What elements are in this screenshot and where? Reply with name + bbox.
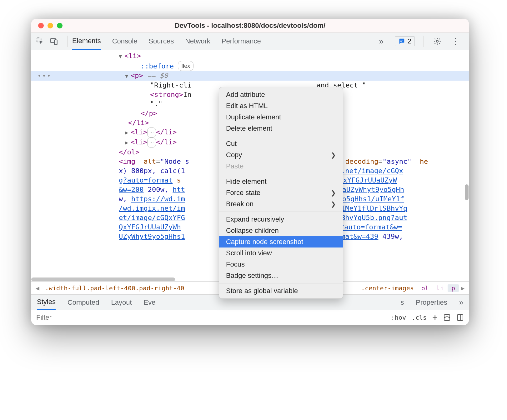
url-link[interactable]: g?auto=format	[119, 176, 173, 184]
issues-count: 2	[408, 37, 411, 45]
ctx-copy[interactable]: Copy❯	[219, 149, 343, 161]
tab-layout[interactable]: Layout	[111, 295, 132, 310]
ctx-paste: Paste	[219, 161, 343, 172]
toolbar-separator	[424, 36, 424, 47]
ctx-add-attribute[interactable]: Add attribute	[219, 89, 343, 100]
dom-tag-li[interactable]: <li>	[124, 52, 141, 60]
url-link[interactable]: htt	[173, 186, 185, 193]
selected-dom-node[interactable]: ••• <p> == $0	[31, 71, 469, 81]
ctx-scroll-into-view[interactable]: Scroll into view	[219, 248, 343, 259]
tab-partial[interactable]: s	[400, 295, 404, 310]
dom-tag-li-close[interactable]: </li>	[128, 119, 149, 127]
ctx-force-state[interactable]: Force state❯	[219, 187, 343, 198]
url-link[interactable]: https://wd.im	[131, 195, 185, 203]
styles-filter-row: :hov .cls +	[31, 310, 469, 325]
breadcrumb-item[interactable]: li	[433, 284, 448, 292]
collapsed-ellipsis-icon[interactable]: ⋯	[147, 128, 156, 138]
vertical-scrollbar[interactable]	[465, 184, 469, 200]
tab-event-listeners[interactable]: Eve	[144, 295, 156, 310]
ctx-duplicate-element[interactable]: Duplicate element	[219, 112, 343, 123]
breadcrumb-item[interactable]: .width-full.pad-left-400.pad-right-40	[41, 284, 188, 292]
breadcrumb-left-icon[interactable]: ◀	[34, 284, 41, 292]
issues-badge[interactable]: 2	[395, 36, 415, 46]
url-link[interactable]: &w=200	[119, 186, 143, 193]
dom-tag-li[interactable]: <li>	[131, 128, 147, 136]
tab-styles[interactable]: Styles	[37, 295, 56, 310]
tab-elements[interactable]: Elements	[72, 33, 101, 50]
toolbar-right: » 2 ⋮	[377, 36, 464, 47]
expand-triangle-icon[interactable]	[119, 52, 124, 61]
text-node: In	[183, 91, 192, 98]
tab-computed[interactable]: Computed	[68, 295, 99, 310]
svg-rect-7	[457, 315, 463, 320]
ctx-hide-element[interactable]: Hide element	[219, 176, 343, 187]
device-toolbar-icon[interactable]	[49, 37, 59, 46]
window-title: DevTools - localhost:8080/docs/devtools/…	[31, 22, 469, 30]
main-toolbar: Elements Console Sources Network Perform…	[31, 32, 469, 50]
tab-performance[interactable]: Performance	[222, 33, 261, 50]
expand-triangle-icon[interactable]	[125, 71, 131, 81]
title-bar: DevTools - localhost:8080/docs/devtools/…	[31, 19, 469, 32]
text-node[interactable]: "Right-cli	[150, 81, 191, 89]
url-link[interactable]: /wd.imgix.net/im	[119, 204, 185, 212]
ctx-capture-node-screenshot[interactable]: Capture node screenshot	[219, 236, 343, 248]
tab-network[interactable]: Network	[185, 33, 210, 50]
collapsed-ellipsis-icon[interactable]: ⋯	[147, 138, 156, 148]
expand-triangle-icon[interactable]	[125, 128, 131, 137]
ctx-separator	[219, 283, 343, 283]
url-link[interactable]: UZyWhyt9yo5gHhs1	[119, 232, 185, 240]
text-node[interactable]: "."	[150, 100, 163, 108]
toggle-sidebar-icon[interactable]	[456, 314, 464, 321]
toggle-hov-button[interactable]: :hov	[391, 314, 406, 321]
more-tabs-icon[interactable]: »	[459, 298, 463, 307]
dom-tag-ol-close[interactable]: </ol>	[119, 148, 139, 156]
settings-gear-icon[interactable]	[433, 37, 442, 46]
toggle-cls-button[interactable]: .cls	[412, 314, 427, 321]
url-link[interactable]: et/image/cGQxYFG	[119, 214, 185, 222]
chevron-right-icon: ❯	[331, 151, 336, 159]
ctx-badge-settings[interactable]: Badge settings…	[219, 270, 343, 281]
filter-input[interactable]	[36, 313, 385, 322]
ctx-break-on[interactable]: Break on❯	[219, 198, 343, 210]
ctx-delete-element[interactable]: Delete element	[219, 123, 343, 134]
flex-badge[interactable]: flex	[178, 61, 193, 71]
breadcrumb-item[interactable]: .center-images	[357, 284, 418, 292]
ctx-separator	[219, 136, 343, 136]
chevron-right-icon: ❯	[331, 200, 336, 208]
tab-properties[interactable]: Properties	[416, 295, 447, 310]
devtools-window: DevTools - localhost:8080/docs/devtools/…	[31, 19, 469, 325]
inspect-element-icon[interactable]	[36, 37, 45, 46]
breadcrumb-item[interactable]: ol	[418, 284, 433, 292]
ctx-cut[interactable]: Cut	[219, 138, 343, 149]
dom-tag-li-close: </li>	[156, 138, 177, 146]
dom-tag-p: <p>	[131, 72, 143, 79]
computed-styles-icon[interactable]	[443, 314, 451, 321]
toolbar-separator	[68, 36, 68, 47]
horizontal-scrollbar[interactable]	[31, 278, 175, 281]
expand-triangle-icon[interactable]	[125, 138, 131, 147]
dom-tag-strong[interactable]: <strong>	[150, 91, 183, 98]
ctx-edit-as-html[interactable]: Edit as HTML	[219, 100, 343, 112]
more-tabs-icon[interactable]: »	[377, 37, 386, 46]
svg-rect-2	[54, 40, 57, 45]
gutter-dots-icon[interactable]: •••	[38, 71, 52, 80]
kebab-menu-icon[interactable]: ⋮	[451, 37, 460, 46]
breadcrumb-right-icon[interactable]: ▶	[459, 284, 466, 292]
ctx-collapse-children[interactable]: Collapse children	[219, 225, 343, 236]
pseudo-before[interactable]: ::before	[141, 62, 174, 70]
issues-chat-icon	[398, 38, 405, 45]
tab-console[interactable]: Console	[112, 33, 138, 50]
context-menu: Add attribute Edit as HTML Duplicate ele…	[219, 87, 343, 299]
breadcrumb-item-selected[interactable]: p	[448, 284, 459, 292]
ctx-focus[interactable]: Focus	[219, 259, 343, 270]
tab-sources[interactable]: Sources	[148, 33, 174, 50]
ctx-expand-recursively[interactable]: Expand recursively	[219, 214, 343, 225]
dom-tag-li[interactable]: <li>	[131, 138, 147, 146]
dom-tag-p-close[interactable]: </p>	[141, 109, 157, 117]
ctx-store-global[interactable]: Store as global variable	[219, 285, 343, 297]
url-link[interactable]: QxYFGJrUUaUZyWh	[119, 223, 181, 231]
panel-tabs: Elements Console Sources Network Perform…	[72, 33, 377, 50]
ctx-separator	[219, 212, 343, 212]
svg-rect-3	[400, 40, 403, 40]
new-style-rule-icon[interactable]: +	[432, 312, 438, 323]
